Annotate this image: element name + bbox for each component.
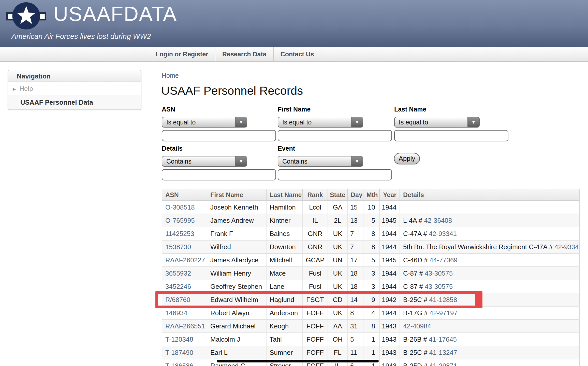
- cell-details: C-47A # 42-93341: [400, 227, 579, 240]
- cell-rank: Fusl: [302, 280, 328, 293]
- table-row: 11425253Frank FBainesGNRUK781944C-47A # …: [162, 227, 579, 240]
- asn-operator-select[interactable]: Is equal to▼: [162, 117, 247, 128]
- details-text: C-87 #: [403, 283, 425, 290]
- breadcrumb-home-link[interactable]: Home: [162, 72, 179, 79]
- serial-number-link[interactable]: 41-17645: [429, 336, 457, 343]
- cell-day: 31: [347, 320, 363, 333]
- usaaf-roundel-icon: [6, 2, 46, 30]
- details-text: B-25C #: [403, 296, 429, 304]
- last-name-input[interactable]: [394, 130, 508, 141]
- page-title: USAAF Personnel Records: [161, 84, 303, 98]
- asn-link[interactable]: 3452246: [165, 283, 191, 290]
- cell-first-name: Edward Wilhelm: [207, 293, 266, 306]
- cell-rank: GCAP: [302, 253, 328, 267]
- cell-day: 13: [347, 214, 363, 227]
- cell-year: 1944: [379, 267, 400, 280]
- sidebar-item-usaaf-personnel-data[interactable]: USAAF Personnel Data: [8, 95, 141, 109]
- cell-last-name: Lane: [266, 280, 302, 293]
- cell-day: 15: [347, 201, 363, 214]
- chevron-down-icon: ▼: [467, 117, 479, 127]
- serial-number-link[interactable]: 44-77369: [430, 256, 458, 264]
- asn-link[interactable]: T-186586: [165, 362, 193, 366]
- first-name-operator-select[interactable]: Is equal to▼: [278, 117, 363, 128]
- cell-asn: O-308518: [162, 201, 207, 214]
- cell-last-name: Tahl: [266, 333, 302, 346]
- cell-details: 42-40984: [400, 320, 579, 333]
- apply-button[interactable]: Apply: [394, 153, 420, 164]
- cell-asn: T-187490: [162, 346, 207, 359]
- serial-number-link[interactable]: 42-36408: [424, 217, 452, 224]
- event-operator-select[interactable]: Contains▼: [278, 156, 363, 167]
- sidebar-menu: ▶HelpUSAAF Personnel Data: [8, 82, 141, 109]
- event-input[interactable]: [278, 169, 392, 180]
- cell-last-name: Mace: [266, 267, 302, 280]
- cell-details: B-25C # 41-12858: [400, 293, 579, 306]
- serial-number-link[interactable]: 41-12858: [429, 296, 457, 304]
- cell-details: B-26B # 41-17645: [400, 333, 579, 346]
- asn-link[interactable]: T-187490: [165, 349, 193, 356]
- records-table: ASNFirst NameLast NameRankStateDayMthYea…: [162, 189, 580, 366]
- serial-number-link[interactable]: 42-93341: [554, 243, 579, 251]
- table-row: O-765995James AndrewKintnerIL2L1351945L-…: [162, 214, 579, 227]
- table-row: 1538730WilfredDowntonGNRUK7819445th Bn. …: [162, 240, 579, 253]
- menu-item-login-or-register[interactable]: Login or Register: [149, 47, 215, 61]
- cell-last-name: Hamilton: [266, 201, 302, 214]
- asn-link[interactable]: O-308518: [165, 203, 195, 211]
- sidebar: Navigation ▶HelpUSAAF Personnel Data: [8, 70, 141, 110]
- cell-mth: 3: [363, 267, 379, 280]
- serial-number-link[interactable]: 42-97197: [430, 309, 458, 317]
- sidebar-item-help[interactable]: ▶Help: [8, 82, 141, 95]
- cell-state: UK: [328, 306, 347, 320]
- asn-link[interactable]: 3655932: [165, 269, 191, 277]
- cell-last-name: Mitchell: [266, 253, 302, 267]
- cell-mth: 10: [363, 201, 379, 214]
- cell-mth: 4: [363, 306, 379, 320]
- details-operator-select[interactable]: Contains▼: [162, 156, 247, 167]
- column-header-year: Year: [379, 189, 400, 201]
- first-name-input[interactable]: [278, 130, 392, 141]
- asn-link[interactable]: O-765995: [165, 217, 195, 224]
- site-title: USAAFDATA: [53, 1, 177, 27]
- serial-number-link[interactable]: 42-40984: [403, 322, 431, 330]
- asn-link[interactable]: 11425253: [165, 230, 194, 237]
- asn-link[interactable]: 148934: [165, 309, 187, 317]
- menu-item-contact-us[interactable]: Contact Us: [274, 47, 321, 61]
- cell-mth: 9: [363, 293, 379, 306]
- cell-mth: 1: [363, 333, 379, 346]
- serial-number-link[interactable]: 43-30575: [425, 283, 453, 290]
- cell-details: C-87 # 43-30575: [400, 267, 579, 280]
- column-header-details: Details: [400, 189, 579, 201]
- cell-year: 1944: [379, 280, 400, 293]
- cell-state: UK: [328, 267, 347, 280]
- cell-first-name: Joseph Kenneth: [207, 201, 266, 214]
- menu-item-research-data[interactable]: Research Data: [215, 47, 273, 61]
- cell-last-name: Downton: [266, 240, 302, 253]
- asn-link[interactable]: R/68760: [165, 296, 190, 304]
- details-text: B-26B #: [403, 336, 429, 343]
- cell-rank: FOFF: [302, 346, 328, 359]
- asn-link[interactable]: RAAF260227: [165, 256, 205, 264]
- serial-number-link[interactable]: 42-93341: [429, 230, 457, 237]
- cell-details: B-25C # 41-13247: [400, 346, 579, 359]
- asn-link[interactable]: RAAF266551: [165, 322, 205, 330]
- cell-year: 1942: [379, 293, 400, 306]
- last-name-operator-select[interactable]: Is equal to▼: [394, 117, 480, 128]
- asn-link[interactable]: 1538730: [165, 243, 191, 251]
- table-row: RAAF260227James AllardyceMitchellGCAPUN1…: [162, 253, 579, 267]
- select-value: Contains: [166, 156, 192, 166]
- cell-day: 7: [347, 227, 363, 240]
- filter-group-first-name: First NameIs equal to▼: [278, 106, 392, 141]
- serial-number-link[interactable]: 41-13247: [429, 349, 457, 356]
- details-input[interactable]: [162, 169, 276, 180]
- serial-number-link[interactable]: 41-29871: [429, 362, 457, 366]
- asn-link[interactable]: T-120348: [165, 336, 193, 343]
- asn-input[interactable]: [162, 130, 276, 141]
- filter-group-details: DetailsContains▼: [162, 145, 276, 180]
- select-value: Is equal to: [399, 117, 428, 127]
- cell-state: CD: [328, 293, 347, 306]
- cell-last-name: Strever: [266, 359, 302, 366]
- cell-asn: 11425253: [162, 227, 207, 240]
- serial-number-link[interactable]: 43-30575: [425, 269, 453, 277]
- table-row: T-186586Raymond GStreverFOFFIL611943B-25…: [162, 359, 579, 366]
- column-header-day: Day: [347, 189, 363, 201]
